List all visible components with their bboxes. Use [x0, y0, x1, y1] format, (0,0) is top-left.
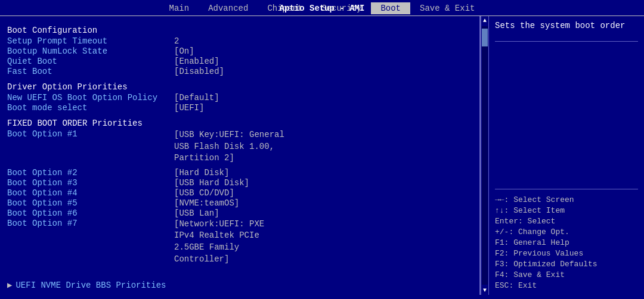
scroll-down-arrow[interactable]: ▼ [483, 286, 487, 295]
row-boot-opt-7[interactable]: Boot Option #7 [Network:UEFI: PXEIPv4 Re… [7, 219, 472, 265]
row-boot-mode[interactable]: Boot mode select [UEFI] [7, 103, 472, 113]
value-boot-mode: [UEFI] [174, 103, 204, 113]
label-numlock: Bootup NumLock State [7, 46, 174, 56]
label-fast-boot: Fast Boot [7, 67, 174, 76]
label-boot-opt-4: Boot Option #4 [7, 188, 174, 198]
label-boot-opt-7: Boot Option #7 [7, 219, 174, 228]
help-key-item: ↑↓: Select Item [495, 206, 638, 215]
value-boot-opt-3: [USB Hard Disk] [174, 178, 249, 188]
label-quiet-boot: Quiet Boot [7, 57, 174, 66]
help-key-f2: F2: Previous Values [495, 249, 638, 258]
row-numlock[interactable]: Bootup NumLock State [On] [7, 46, 472, 56]
help-key-f1: F1: General Help [495, 238, 638, 247]
row-setup-prompt[interactable]: Setup Prompt Timeout 2 [7, 36, 472, 46]
value-boot-opt-5: [NVME:teamOS] [174, 198, 239, 208]
label-boot-opt-3: Boot Option #3 [7, 178, 174, 188]
value-numlock: [On] [174, 46, 194, 56]
row-boot-opt-1[interactable]: Boot Option #1 [USB Key:UEFI: GeneralUSB… [7, 129, 472, 164]
value-boot-opt-4: [USB CD/DVD] [174, 188, 234, 198]
bottom-item-label: UEFI NVME Drive BBS Priorities [16, 281, 166, 290]
value-boot-opt-7: [Network:UEFI: PXEIPv4 Realtek PCIe2.5GB… [174, 219, 264, 265]
section-driver-priorities: Driver Option Priorities [7, 82, 472, 92]
right-panel: Sets the system boot order →←: Select Sc… [489, 16, 644, 295]
help-divider-top [495, 41, 638, 42]
help-divider-bottom [495, 189, 638, 189]
label-boot-opt-2: Boot Option #2 [7, 168, 174, 177]
main-layout: Boot Configuration Setup Prompt Timeout … [0, 16, 644, 295]
menu-boot[interactable]: Boot [371, 2, 410, 14]
left-panel: Boot Configuration Setup Prompt Timeout … [0, 16, 481, 295]
value-uefi-policy: [Default] [174, 93, 219, 102]
menu-main[interactable]: Main [160, 2, 199, 14]
scroll-track[interactable] [482, 26, 488, 285]
help-keys: →←: Select Screen ↑↓: Select Item Enter:… [495, 195, 638, 290]
label-uefi-policy: New UEFI OS Boot Option Policy [7, 93, 174, 102]
row-boot-opt-2[interactable]: Boot Option #2 [Hard Disk] [7, 168, 472, 177]
row-boot-opt-3[interactable]: Boot Option #3 [USB Hard Disk] [7, 178, 472, 188]
value-boot-opt-6: [USB Lan] [174, 208, 219, 218]
help-key-enter: Enter: Select [495, 217, 638, 226]
value-boot-opt-2: [Hard Disk] [174, 168, 229, 177]
menu-bar: Aptio Setup - AMI Main Advanced Chipset … [0, 0, 644, 16]
value-quiet-boot: [Enabled] [174, 57, 219, 66]
label-boot-opt-6: Boot Option #6 [7, 208, 174, 218]
section-boot-config: Boot Configuration [7, 26, 472, 35]
label-setup-prompt: Setup Prompt Timeout [7, 36, 174, 46]
label-boot-opt-5: Boot Option #5 [7, 198, 174, 208]
help-key-f3: F3: Optimized Defaults [495, 260, 638, 269]
value-fast-boot: [Disabled] [174, 67, 224, 76]
row-fast-boot[interactable]: Fast Boot [Disabled] [7, 67, 472, 76]
scroll-thumb[interactable] [482, 29, 488, 46]
help-key-esc: ESC: Exit [495, 281, 638, 290]
row-uefi-policy[interactable]: New UEFI OS Boot Option Policy [Default] [7, 93, 472, 102]
row-boot-opt-6[interactable]: Boot Option #6 [USB Lan] [7, 208, 472, 218]
value-boot-opt-1: [USB Key:UEFI: GeneralUSB Flash Disk 1.0… [174, 129, 284, 164]
section-fixed-boot: FIXED BOOT ORDER Priorities [7, 119, 472, 128]
menu-advanced[interactable]: Advanced [199, 2, 258, 14]
help-key-screen: →←: Select Screen [495, 195, 638, 204]
bottom-uefi-nvme[interactable]: ▶ UEFI NVME Drive BBS Priorities [7, 280, 166, 290]
label-boot-opt-1: Boot Option #1 [7, 129, 174, 139]
help-key-f4: F4: Save & Exit [495, 270, 638, 279]
scroll-up-arrow[interactable]: ▲ [483, 16, 487, 25]
help-key-change: +/-: Change Opt. [495, 228, 638, 236]
row-boot-opt-4[interactable]: Boot Option #4 [USB CD/DVD] [7, 188, 472, 198]
app-title: Aptio Setup - AMI [280, 4, 365, 13]
label-boot-mode: Boot mode select [7, 103, 174, 113]
row-boot-opt-5[interactable]: Boot Option #5 [NVME:teamOS] [7, 198, 472, 208]
value-setup-prompt: 2 [174, 36, 179, 46]
help-text: Sets the system boot order [495, 21, 638, 30]
menu-save-exit[interactable]: Save & Exit [410, 2, 484, 14]
row-quiet-boot[interactable]: Quiet Boot [Enabled] [7, 57, 472, 66]
arrow-icon: ▶ [7, 280, 12, 290]
scrollbar[interactable]: ▲ ▼ [481, 16, 489, 295]
